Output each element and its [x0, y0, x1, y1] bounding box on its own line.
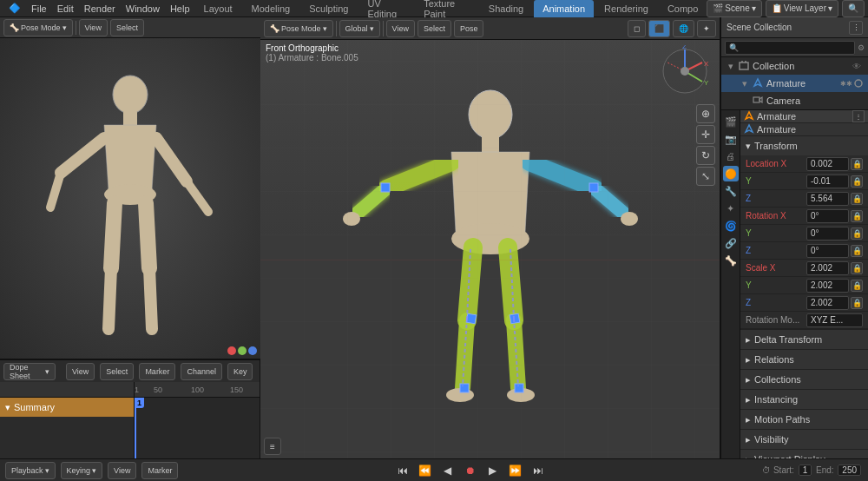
start-value[interactable]: 1 [799, 465, 812, 476]
motion-paths-header[interactable]: ▸ Motion Paths [740, 410, 868, 429]
tab-rendering[interactable]: Rendering [595, 0, 657, 17]
jump-start-btn[interactable]: ⏮ [394, 462, 411, 479]
bottom-marker-menu[interactable]: Marker [141, 462, 178, 479]
visibility-eye[interactable]: 👁 [852, 62, 865, 71]
jump-end-btn[interactable]: ⏭ [529, 462, 547, 479]
search-button[interactable]: 🔍 [842, 0, 865, 17]
scene-collection-options[interactable]: ⋮ [849, 21, 863, 35]
tab-modeling[interactable]: Modeling [243, 0, 299, 17]
render-prop-icon[interactable]: 📷 [723, 131, 739, 147]
dope-key-menu[interactable]: Key [227, 363, 253, 380]
timeline-track-area[interactable]: 1 [135, 398, 260, 458]
small-view-menu[interactable]: View [79, 19, 108, 36]
dope-channel-menu[interactable]: Channel [181, 363, 222, 380]
menu-help[interactable]: Help [165, 0, 195, 16]
filter-toggle[interactable]: ⚙ [858, 43, 865, 52]
jump-fwd-btn[interactable]: ⏩ [507, 462, 524, 479]
output-prop-icon[interactable]: 🖨 [723, 148, 739, 164]
scene-prop-icon[interactable]: 🎬 [723, 114, 739, 129]
view-menu[interactable]: View [386, 20, 415, 37]
tab-texture-paint[interactable]: Texture Paint [415, 0, 478, 17]
small-select-menu[interactable]: Select [110, 19, 144, 36]
scale-y-lock[interactable]: 🔒 [851, 280, 863, 292]
jump-back-btn[interactable]: ⏪ [417, 462, 434, 479]
tab-compositing[interactable]: Compo [659, 0, 707, 17]
blender-logo[interactable]: 🔷 [3, 0, 26, 16]
record-btn[interactable]: ⏺ [462, 462, 479, 479]
constraints-prop-icon[interactable]: 🔗 [723, 235, 739, 251]
viewport-shading-3[interactable]: 🌐 [673, 20, 694, 37]
small-mode-selector[interactable]: 🦴 Pose Mode ▾ [3, 19, 73, 36]
scale-x-value[interactable]: 2.002 [806, 261, 849, 275]
summary-label[interactable]: ▾ Summary [0, 398, 134, 417]
cursor-tool[interactable]: ⊕ [696, 104, 715, 123]
tab-shading[interactable]: Shading [480, 0, 532, 17]
scene-selector[interactable]: 🎬 Scene ▾ [707, 0, 761, 17]
pose-menu[interactable]: Pose [454, 20, 484, 37]
viewport-shading-2[interactable]: ⬛ [648, 20, 670, 37]
step-fwd-btn[interactable]: ▶ [484, 462, 502, 479]
scale-tool[interactable]: ⤡ [696, 167, 715, 186]
tab-animation[interactable]: Animation [534, 0, 594, 17]
tab-sculpting[interactable]: Sculpting [300, 0, 357, 17]
rotation-x-lock[interactable]: 🔒 [851, 210, 863, 222]
end-value[interactable]: 250 [838, 465, 861, 476]
dope-marker-menu[interactable]: Marker [139, 363, 175, 380]
modifier-prop-icon[interactable]: 🔧 [723, 183, 739, 199]
relations-header[interactable]: ▸ Relations [740, 350, 868, 369]
dope-select-menu[interactable]: Select [100, 363, 134, 380]
instancing-header[interactable]: ▸ Instancing [740, 390, 868, 409]
dope-view-menu[interactable]: View [66, 363, 95, 380]
view-layer-selector[interactable]: 📋 View Layer ▾ [766, 0, 838, 17]
delta-transform-header[interactable]: ▸ Delta Transform [740, 330, 868, 349]
bottom-view-menu[interactable]: View [108, 462, 136, 479]
scale-y-value[interactable]: 2.002 [806, 279, 849, 293]
location-y-value[interactable]: -0.01 [806, 175, 849, 188]
scale-x-lock[interactable]: 🔒 [851, 262, 863, 274]
tab-layout[interactable]: Layout [195, 0, 241, 17]
scale-z-lock[interactable]: 🔒 [851, 297, 863, 309]
keying-selector[interactable]: Keying ▾ [61, 462, 103, 479]
rotation-x-value[interactable]: 0° [806, 209, 849, 223]
rotation-mode-value[interactable]: XYZ E... [806, 313, 863, 327]
move-tool[interactable]: ✛ [696, 125, 715, 144]
collections-header[interactable]: ▸ Collections [740, 370, 868, 389]
object-options-btn[interactable]: ⋮ [852, 110, 865, 122]
location-z-value[interactable]: 5.564 [806, 192, 849, 206]
menu-edit[interactable]: Edit [52, 0, 79, 16]
rotate-tool[interactable]: ↻ [696, 146, 715, 165]
navigation-gizmo[interactable]: X Y Z [659, 45, 711, 99]
viewport-options-btn[interactable]: ≡ [264, 438, 281, 455]
armature-visibility[interactable] [852, 77, 865, 89]
rotation-z-lock[interactable]: 🔒 [851, 245, 863, 257]
menu-window[interactable]: Window [121, 0, 165, 16]
visibility-header[interactable]: ▸ Visibility [740, 430, 868, 449]
tab-uv-editing[interactable]: UV Editing [358, 0, 413, 17]
dope-mode-selector[interactable]: Dope Sheet ▾ [3, 363, 56, 380]
particles-prop-icon[interactable]: ✦ [723, 201, 739, 216]
data-prop-icon[interactable]: 🦴 [723, 253, 739, 268]
location-x-value[interactable]: 0.002 [806, 157, 849, 171]
viewport-shading-1[interactable]: ◻ [628, 20, 646, 37]
main-mode-selector[interactable]: 🦴 Pose Mode ▾ [264, 20, 333, 37]
menu-render[interactable]: Render [79, 0, 121, 16]
transform-header[interactable]: ▾ Transform [740, 136, 868, 155]
armature-item[interactable]: ▾ Armature ✱✱ [721, 75, 868, 92]
object-prop-icon[interactable]: 🟠 [723, 166, 739, 181]
camera-item[interactable]: Camera [721, 92, 868, 109]
viewport-display-header[interactable]: ▸ Viewport Display [740, 450, 868, 458]
select-menu[interactable]: Select [418, 20, 451, 37]
viewport-shading-4[interactable]: ✦ [697, 20, 716, 37]
rotation-z-value[interactable]: 0° [806, 244, 849, 258]
rotation-y-lock[interactable]: 🔒 [851, 227, 863, 240]
playback-selector[interactable]: Playback ▾ [5, 462, 56, 479]
scale-z-value[interactable]: 2.002 [806, 296, 849, 310]
main-global-selector[interactable]: Global ▾ [339, 20, 380, 37]
scene-search[interactable]: 🔍 [725, 41, 855, 55]
location-y-lock[interactable]: 🔒 [851, 175, 863, 188]
main-viewport[interactable]: 🦴 Pose Mode ▾ Global ▾ View Select Pose … [260, 17, 720, 458]
rotation-y-value[interactable]: 0° [806, 227, 849, 240]
step-back-btn[interactable]: ◀ [439, 462, 457, 479]
location-x-lock[interactable]: 🔒 [851, 158, 863, 170]
menu-file[interactable]: File [26, 0, 52, 16]
